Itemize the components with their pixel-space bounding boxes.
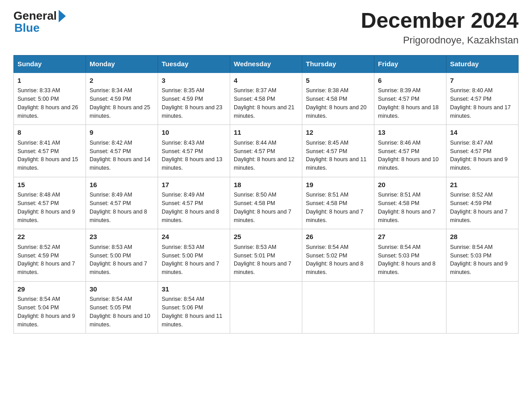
calendar-cell	[374, 281, 446, 334]
daylight-info: Daylight: 8 hours and 26 minutes.	[17, 104, 78, 119]
page-header: General Blue December 2024 Prigorodnoye,…	[13, 9, 519, 46]
calendar-cell	[446, 281, 519, 334]
calendar-cell: 3Sunrise: 8:35 AMSunset: 4:59 PMDaylight…	[158, 73, 230, 125]
daylight-info: Daylight: 8 hours and 11 minutes.	[162, 313, 223, 328]
calendar-cell: 17Sunrise: 8:49 AMSunset: 4:57 PMDayligh…	[158, 177, 230, 229]
calendar-cell: 7Sunrise: 8:40 AMSunset: 4:57 PMDaylight…	[446, 73, 519, 125]
daylight-info: Daylight: 8 hours and 25 minutes.	[90, 104, 150, 119]
calendar-week-row: 22Sunrise: 8:52 AMSunset: 4:59 PMDayligh…	[14, 229, 519, 282]
sunrise-info: Sunrise: 8:51 AM	[306, 192, 348, 198]
sunset-info: Sunset: 4:59 PM	[450, 200, 491, 206]
day-number: 6	[378, 76, 442, 86]
daylight-info: Daylight: 8 hours and 12 minutes.	[234, 156, 295, 171]
daylight-info: Daylight: 8 hours and 7 minutes.	[450, 209, 508, 223]
daylight-info: Daylight: 8 hours and 20 minutes.	[306, 104, 367, 119]
location-subtitle: Prigorodnoye, Kazakhstan	[361, 34, 519, 46]
calendar-cell	[302, 281, 374, 334]
sunrise-info: Sunrise: 8:44 AM	[234, 140, 276, 146]
daylight-info: Daylight: 8 hours and 8 minutes.	[378, 261, 436, 275]
day-number: 3	[162, 76, 226, 86]
daylight-info: Daylight: 8 hours and 8 minutes.	[90, 209, 147, 223]
weekday-header-saturday: Saturday	[446, 55, 519, 73]
daylight-info: Daylight: 8 hours and 7 minutes.	[306, 209, 364, 223]
daylight-info: Daylight: 8 hours and 11 minutes.	[306, 156, 367, 171]
sunset-info: Sunset: 4:57 PM	[378, 96, 419, 102]
sunset-info: Sunset: 4:57 PM	[234, 148, 275, 154]
calendar-week-row: 29Sunrise: 8:54 AMSunset: 5:04 PMDayligh…	[14, 281, 519, 334]
calendar-cell: 20Sunrise: 8:51 AMSunset: 4:58 PMDayligh…	[374, 177, 446, 229]
daylight-info: Daylight: 8 hours and 7 minutes.	[234, 209, 292, 223]
weekday-header-sunday: Sunday	[14, 55, 86, 73]
sunrise-info: Sunrise: 8:53 AM	[162, 244, 204, 250]
calendar-cell: 10Sunrise: 8:43 AMSunset: 4:57 PMDayligh…	[158, 125, 230, 177]
day-number: 17	[162, 180, 226, 190]
sunrise-info: Sunrise: 8:41 AM	[17, 140, 60, 146]
day-number: 22	[17, 232, 82, 242]
sunrise-info: Sunrise: 8:35 AM	[162, 87, 204, 94]
daylight-info: Daylight: 8 hours and 10 minutes.	[90, 313, 150, 328]
sunset-info: Sunset: 5:04 PM	[17, 304, 59, 311]
calendar-cell: 27Sunrise: 8:54 AMSunset: 5:03 PMDayligh…	[374, 229, 446, 282]
calendar-cell: 11Sunrise: 8:44 AMSunset: 4:57 PMDayligh…	[230, 125, 302, 177]
sunrise-info: Sunrise: 8:50 AM	[234, 192, 276, 198]
sunrise-info: Sunrise: 8:47 AM	[450, 140, 493, 146]
sunrise-info: Sunrise: 8:54 AM	[17, 296, 60, 302]
sunset-info: Sunset: 5:03 PM	[450, 253, 491, 259]
calendar-cell: 6Sunrise: 8:39 AMSunset: 4:57 PMDaylight…	[374, 73, 446, 125]
logo-arrow-icon	[59, 10, 66, 22]
weekday-header-thursday: Thursday	[302, 55, 374, 73]
sunrise-info: Sunrise: 8:54 AM	[162, 296, 204, 302]
sunset-info: Sunset: 4:58 PM	[378, 200, 419, 206]
day-number: 14	[450, 128, 515, 138]
calendar-cell: 29Sunrise: 8:54 AMSunset: 5:04 PMDayligh…	[14, 281, 86, 334]
calendar-cell: 12Sunrise: 8:45 AMSunset: 4:57 PMDayligh…	[302, 125, 374, 177]
sunrise-info: Sunrise: 8:34 AM	[90, 87, 132, 94]
sunrise-info: Sunrise: 8:49 AM	[162, 192, 204, 198]
sunset-info: Sunset: 4:58 PM	[306, 96, 347, 102]
daylight-info: Daylight: 8 hours and 18 minutes.	[378, 104, 439, 119]
sunset-info: Sunset: 4:59 PM	[17, 253, 59, 259]
calendar-cell: 13Sunrise: 8:46 AMSunset: 4:57 PMDayligh…	[374, 125, 446, 177]
sunrise-info: Sunrise: 8:53 AM	[90, 244, 132, 250]
calendar-cell: 18Sunrise: 8:50 AMSunset: 4:58 PMDayligh…	[230, 177, 302, 229]
sunrise-info: Sunrise: 8:39 AM	[378, 87, 420, 94]
calendar-cell	[230, 281, 302, 334]
daylight-info: Daylight: 8 hours and 9 minutes.	[17, 313, 75, 328]
sunset-info: Sunset: 4:57 PM	[17, 200, 59, 206]
day-number: 25	[234, 232, 298, 242]
calendar-cell: 16Sunrise: 8:49 AMSunset: 4:57 PMDayligh…	[86, 177, 158, 229]
calendar-week-row: 8Sunrise: 8:41 AMSunset: 4:57 PMDaylight…	[14, 125, 519, 177]
sunset-info: Sunset: 4:57 PM	[162, 148, 203, 154]
sunset-info: Sunset: 4:57 PM	[450, 148, 491, 154]
sunrise-info: Sunrise: 8:52 AM	[17, 244, 60, 250]
daylight-info: Daylight: 8 hours and 7 minutes.	[90, 261, 147, 275]
sunset-info: Sunset: 5:01 PM	[234, 253, 275, 259]
calendar-cell: 8Sunrise: 8:41 AMSunset: 4:57 PMDaylight…	[14, 125, 86, 177]
sunset-info: Sunset: 4:57 PM	[306, 148, 347, 154]
day-number: 10	[162, 128, 226, 138]
day-number: 7	[450, 76, 515, 86]
sunrise-info: Sunrise: 8:49 AM	[90, 192, 132, 198]
day-number: 29	[17, 284, 82, 295]
calendar-cell: 4Sunrise: 8:37 AMSunset: 4:58 PMDaylight…	[230, 73, 302, 125]
sunrise-info: Sunrise: 8:54 AM	[378, 244, 420, 250]
day-number: 8	[17, 128, 82, 138]
calendar-table: SundayMondayTuesdayWednesdayThursdayFrid…	[13, 55, 519, 334]
daylight-info: Daylight: 8 hours and 10 minutes.	[378, 156, 439, 171]
day-number: 20	[378, 180, 442, 190]
day-number: 27	[378, 232, 442, 242]
day-number: 26	[306, 232, 370, 242]
sunrise-info: Sunrise: 8:45 AM	[306, 140, 348, 146]
daylight-info: Daylight: 8 hours and 14 minutes.	[90, 156, 150, 171]
daylight-info: Daylight: 8 hours and 21 minutes.	[234, 104, 295, 119]
day-number: 18	[234, 180, 298, 190]
sunset-info: Sunset: 4:59 PM	[162, 96, 203, 102]
sunrise-info: Sunrise: 8:42 AM	[90, 140, 132, 146]
sunrise-info: Sunrise: 8:40 AM	[450, 87, 493, 94]
day-number: 23	[90, 232, 154, 242]
daylight-info: Daylight: 8 hours and 15 minutes.	[17, 156, 78, 171]
calendar-cell: 30Sunrise: 8:54 AMSunset: 5:05 PMDayligh…	[86, 281, 158, 334]
calendar-week-row: 15Sunrise: 8:48 AMSunset: 4:57 PMDayligh…	[14, 177, 519, 229]
sunset-info: Sunset: 4:58 PM	[306, 200, 347, 206]
daylight-info: Daylight: 8 hours and 8 minutes.	[162, 209, 219, 223]
